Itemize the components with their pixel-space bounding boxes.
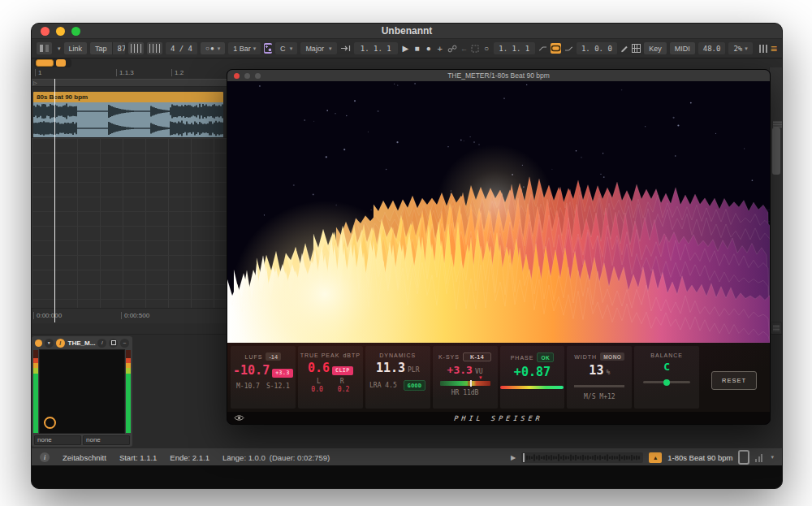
save-preset-icon[interactable] xyxy=(109,339,118,348)
plugin-minimize-button[interactable] xyxy=(244,73,250,79)
loop-marker-icon: ▷ xyxy=(33,80,37,85)
time-signature-field[interactable]: 4 / 4 xyxy=(166,42,197,54)
lufs-shortterm: S-12.1 xyxy=(266,383,290,390)
status-bar: i Zeitabschnitt Start: 1.1.1 Ende: 2.1.1… xyxy=(32,448,782,466)
metronome-button[interactable]: ○ ● ▾ xyxy=(201,42,225,54)
back-to-arrangement-button[interactable]: ← xyxy=(460,42,469,54)
loop-start-field[interactable]: 1. 1. 1 xyxy=(494,42,535,54)
stop-button[interactable]: ■ xyxy=(412,44,421,53)
follow-button[interactable] xyxy=(340,42,351,54)
audio-clip[interactable]: 80s Beat 90 bpm xyxy=(33,92,223,137)
selection-box-icon[interactable] xyxy=(471,42,479,54)
routing-select-b[interactable]: none xyxy=(83,435,130,445)
play-button[interactable]: ▶ xyxy=(401,44,409,53)
menu-hamburger-icon[interactable]: ≡ xyxy=(771,42,777,55)
dynamics-section: DYNAMICS 11.3PLR LRA 4.5GOOD xyxy=(365,346,430,409)
reset-button[interactable]: RESET xyxy=(711,371,757,390)
balance-section: BALANCE C xyxy=(634,346,699,409)
link-button[interactable]: Link xyxy=(64,42,88,54)
plugin-titlebar[interactable]: THE_METER/1-80s Beat 90 bpm xyxy=(227,70,770,82)
track-collapse-button[interactable]: ▲ xyxy=(649,452,662,463)
right-scroll-strip xyxy=(769,67,783,334)
mini-waveform[interactable] xyxy=(521,452,643,463)
clip-waveform[interactable] xyxy=(33,102,223,137)
zoom-handle[interactable] xyxy=(36,59,54,67)
plugin-edit-wrench-icon[interactable]: / xyxy=(56,339,65,348)
meter-caret-icon[interactable]: ▾ xyxy=(771,454,774,461)
scale-icon xyxy=(265,45,272,52)
truepeak-right: 0.2 xyxy=(338,386,349,393)
zoom-scroll-bar[interactable] xyxy=(34,58,71,67)
device-power-button[interactable] xyxy=(35,339,42,347)
zoom-handle-2[interactable] xyxy=(56,59,66,67)
hot-swap-icon[interactable]: / xyxy=(97,339,106,348)
xy-cursor[interactable] xyxy=(44,417,56,429)
clip-title[interactable]: 80s Beat 90 bpm xyxy=(33,92,223,102)
truepeak-label: TRUE PEAK xyxy=(300,352,340,358)
loop-toggle[interactable] xyxy=(551,43,561,54)
level-meter-right xyxy=(126,350,131,433)
loop-length-field[interactable]: 1. 0. 0 xyxy=(577,42,618,54)
chain-button[interactable] xyxy=(447,42,457,54)
midi-map-button[interactable]: MIDI xyxy=(670,42,695,54)
device-display[interactable] xyxy=(39,349,125,434)
balance-knob[interactable] xyxy=(663,379,670,386)
titlebar: Unbenannt xyxy=(32,24,782,39)
window-title: Unbenannt xyxy=(32,24,782,38)
info-icon[interactable]: i xyxy=(40,452,50,462)
scale-mode-toggle[interactable] xyxy=(264,43,272,54)
draw-mode-button[interactable] xyxy=(620,42,628,54)
grid-mode-button[interactable] xyxy=(632,42,641,54)
clip-slot-icon[interactable] xyxy=(738,450,749,465)
headroom-value: HR 11dB xyxy=(451,389,479,396)
status-section: Zeitabschnitt xyxy=(63,453,106,462)
close-button[interactable] xyxy=(41,27,50,36)
playhead xyxy=(54,79,55,322)
view-layout-button[interactable] xyxy=(37,42,52,54)
more-options-icon[interactable]: – xyxy=(120,339,129,348)
truepeak-section: TRUE PEAKdBTP 0.6CLIP LR 0.00.2 xyxy=(298,346,363,409)
punch-out-icon[interactable] xyxy=(564,42,573,54)
plugin-close-button[interactable] xyxy=(234,73,240,79)
truepeak-value: 0.6 xyxy=(308,361,330,375)
overdub-button[interactable]: + xyxy=(436,42,444,54)
dynamics-label: DYNAMICS xyxy=(379,352,416,358)
key-map-button[interactable]: Key xyxy=(644,42,667,54)
width-label: WIDTH xyxy=(574,354,597,360)
quantize-field[interactable]: 1 Bar▾ xyxy=(228,42,261,54)
nudge-down-button[interactable] xyxy=(128,42,144,54)
mono-badge[interactable]: MONO xyxy=(600,352,624,361)
record-button[interactable]: ● xyxy=(425,44,433,53)
balance-slider[interactable] xyxy=(643,381,690,383)
lufs-value: -10.7 xyxy=(233,363,270,378)
width-section: WIDTHMONO 13% M/S M+12 xyxy=(567,346,632,409)
device-body xyxy=(32,349,132,434)
lufs-target-badge[interactable]: -14 xyxy=(266,352,281,361)
zoom-button[interactable] xyxy=(71,27,80,36)
scale-name-field[interactable]: Major▾ xyxy=(300,42,336,54)
arrangement-position-display[interactable]: 1. 1. 1 xyxy=(354,42,399,54)
punch-in-icon[interactable] xyxy=(538,42,547,54)
vertical-scrollbar[interactable] xyxy=(772,128,780,175)
midi-indicator-field[interactable]: 48.0 xyxy=(698,42,726,54)
tempo-field[interactable]: 87.00 xyxy=(112,42,125,54)
panel-toggle-1[interactable] xyxy=(771,322,782,335)
device-fold-icon[interactable]: ▼ xyxy=(45,339,54,348)
minimize-button[interactable] xyxy=(56,27,65,36)
routing-select-a[interactable]: none xyxy=(34,435,81,445)
phase-label: PHASE xyxy=(511,355,534,361)
ksys-mode-select[interactable]: K-14 xyxy=(463,352,491,361)
root-note-field[interactable]: C▾ xyxy=(275,42,297,54)
device-name[interactable]: THE_M... xyxy=(68,339,96,347)
plugin-zoom-button[interactable] xyxy=(255,73,261,79)
nudge-up-button[interactable] xyxy=(147,42,162,54)
view-layout-caret-icon[interactable]: ▾ xyxy=(58,45,61,52)
cpu-meter-field[interactable]: 2%▾ xyxy=(728,42,752,54)
mixer-view-icon[interactable] xyxy=(759,44,767,53)
tap-tempo-button[interactable]: Tap xyxy=(90,42,112,54)
current-track-name[interactable]: 1-80s Beat 90 bpm xyxy=(667,453,732,462)
capture-midi-button[interactable]: ○ xyxy=(482,42,490,54)
plugin-title: THE_METER/1-80s Beat 90 bpm xyxy=(227,70,770,81)
lufs-section: LUFS-14 -10.7+3.3 M-10.7S-12.1 xyxy=(231,346,296,409)
preview-play-icon[interactable]: ▶ xyxy=(511,454,516,461)
